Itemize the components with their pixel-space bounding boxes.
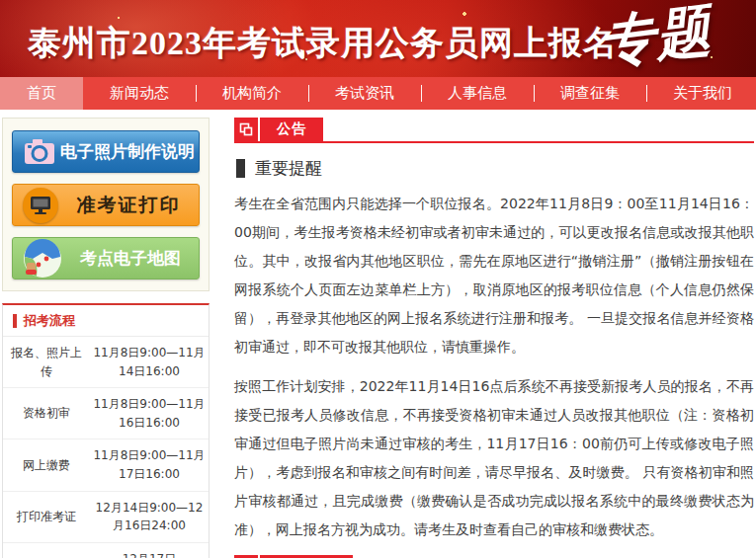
nav-item-home[interactable]: 首页 bbox=[0, 77, 83, 110]
notice-icon bbox=[234, 118, 258, 141]
schedule-row-value: 11月8日9:00—11月16日16:00 bbox=[90, 388, 209, 438]
schedule-header: 招考流程 bbox=[3, 305, 209, 337]
schedule-row-print-ticket: 打印准考证 12月14日9:00—12月16日24:00 bbox=[3, 492, 209, 543]
nav-item-about[interactable]: 关于我们 bbox=[646, 77, 756, 110]
announcement-paragraph-2: 按照工作计划安排，2022年11月14日16点后系统不再接受新报考人员的报名，不… bbox=[234, 372, 754, 544]
schedule-row-label: 打印准考证 bbox=[3, 501, 90, 533]
camera-icon bbox=[23, 137, 56, 167]
page: 泰州市2023年考试录用公务员网上报名 专题 首页 新闻动态 机构简介 考试资讯… bbox=[0, 0, 756, 558]
banner: 泰州市2023年考试录用公务员网上报名 专题 bbox=[0, 0, 756, 77]
nav-item-survey[interactable]: 调查征集 bbox=[534, 77, 646, 110]
nav-item-exam-info[interactable]: 考试资讯 bbox=[308, 77, 421, 110]
nav-item-news[interactable]: 新闻动态 bbox=[83, 77, 196, 110]
important-reminder-text: 重要提醒 bbox=[255, 157, 322, 180]
schedule-row-value: 12月14日9:00—12月16日24:00 bbox=[90, 492, 209, 542]
announcement-paragraph-1: 考生在全省范围内只能选择一个职位报名。2022年11月8日9：00至11月14日… bbox=[234, 190, 754, 361]
red-bar-icon bbox=[13, 314, 17, 328]
quick-links-card: 电子照片制作说明 准考证打印 bbox=[2, 118, 210, 291]
print-ticket-button[interactable]: 准考证打印 bbox=[12, 184, 200, 226]
schedule-row-qualification-review: 资格初审 11月8日9:00—11月16日16:00 bbox=[3, 388, 209, 439]
exam-site-map-button[interactable]: 考点电子地图 bbox=[12, 237, 200, 279]
print-ticket-label: 准考证打印 bbox=[58, 193, 199, 218]
monitor-icon bbox=[23, 188, 58, 223]
schedule-row-label: 网上缴费 bbox=[3, 449, 90, 482]
banner-title-suffix: 专题 bbox=[596, 0, 714, 77]
schedule-card: 招考流程 报名、照片上传 11月8日9:00—11月14日16:00 资格初审 … bbox=[2, 303, 210, 558]
photo-guide-label: 电子照片制作说明 bbox=[56, 140, 199, 163]
schedule-row-online-payment: 网上缴费 11月8日9:00—11月17日16:00 bbox=[3, 439, 209, 491]
schedule-row-registration: 报名、照片上传 11月8日9:00—11月14日16:00 bbox=[3, 337, 209, 388]
schedule-row-value: 11月8日9:00—11月14日16:00 bbox=[90, 337, 209, 387]
main-content: 公告 重要提醒 考生在全省范围内只能选择一个职位报名。2022年11月8日9：0… bbox=[234, 118, 756, 558]
banner-title: 泰州市2023年考试录用公务员网上报名 bbox=[28, 21, 618, 66]
exam-site-map-label: 考点电子地图 bbox=[62, 247, 199, 270]
announcement-tab: 公告 bbox=[260, 118, 323, 141]
schedule-row-label: 报名、照片上传 bbox=[3, 337, 90, 387]
schedule-row-label: 资格初审 bbox=[3, 397, 90, 430]
map-icon bbox=[23, 239, 62, 279]
nav-item-hr-info[interactable]: 人事信息 bbox=[421, 77, 534, 110]
announcement-section-header: 公告 bbox=[234, 118, 754, 143]
dark-bar-icon bbox=[236, 159, 245, 178]
schedule-title: 招考流程 bbox=[24, 312, 75, 330]
important-reminder-heading: 重要提醒 bbox=[236, 157, 754, 180]
nav-item-organization[interactable]: 机构简介 bbox=[196, 77, 308, 110]
schedule-row-value: 11月8日9:00—11月17日16:00 bbox=[90, 439, 209, 490]
schedule-row-written-exam: 笔试 12月17日 12月18日（公安专业） bbox=[3, 543, 209, 558]
schedule-row-value: 12月17日 12月18日（公安专业） bbox=[90, 543, 209, 558]
content: 电子照片制作说明 准考证打印 bbox=[0, 110, 756, 558]
sidebar: 电子照片制作说明 准考证打印 bbox=[2, 118, 210, 558]
main-nav: 首页 新闻动态 机构简介 考试资讯 人事信息 调查征集 关于我们 bbox=[0, 77, 756, 110]
photo-guide-button[interactable]: 电子照片制作说明 bbox=[12, 130, 200, 173]
